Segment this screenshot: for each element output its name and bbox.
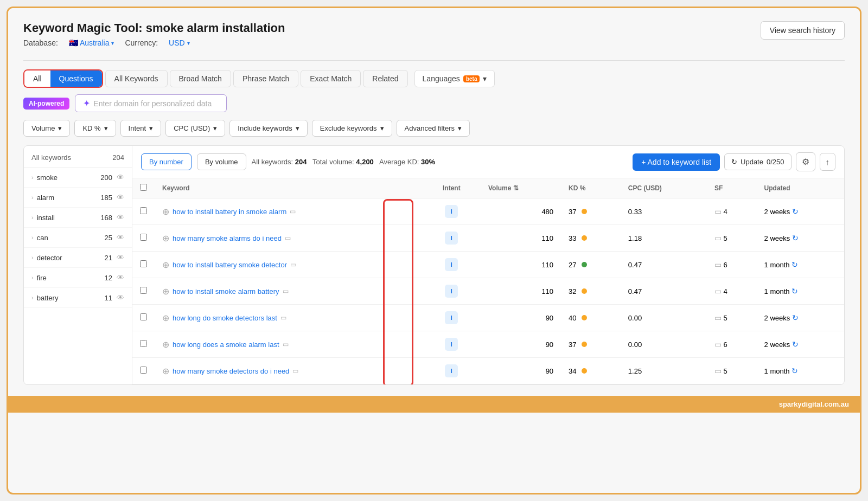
refresh-icon[interactable]: ↻ [792, 260, 798, 269]
updated-cell: 1 month ↻ [757, 358, 844, 384]
row-checkbox[interactable] [140, 260, 147, 267]
eye-icon[interactable]: 👁 [117, 293, 124, 302]
volume-cell: 90 [481, 331, 561, 358]
add-to-keyword-list-button[interactable]: + Add to keyword list [633, 153, 720, 171]
tab-questions[interactable]: Questions [50, 70, 102, 87]
sidebar-item-battery[interactable]: › battery 11 👁 [24, 288, 132, 308]
kd-dot [582, 262, 587, 267]
row-checkbox-cell [132, 225, 155, 252]
keyword-link[interactable]: ⊕ how to install battery smoke detector … [162, 260, 415, 270]
kd-dot [582, 342, 587, 347]
eye-icon[interactable]: 👁 [117, 233, 124, 242]
expand-icon: › [31, 274, 34, 281]
sidebar-item-install[interactable]: › install 168 👁 [24, 208, 132, 228]
row-checkbox[interactable] [140, 367, 147, 374]
intent-filter[interactable]: Intent ▾ [120, 120, 162, 137]
database-dropdown[interactable]: 🇦🇺 Australia ▾ [69, 38, 114, 47]
kd-cell: 32 [561, 278, 621, 305]
keyword-link[interactable]: ⊕ how long does a smoke alarm last ▭ [162, 339, 415, 350]
eye-icon[interactable]: 👁 [117, 273, 124, 282]
tab-related[interactable]: Related [363, 70, 407, 87]
kd-dot [582, 235, 587, 241]
refresh-icon[interactable]: ↻ [792, 340, 799, 349]
by-volume-button[interactable]: By volume [197, 153, 246, 170]
sf-cell: ▭ 6 [707, 252, 757, 278]
kd-dot [582, 288, 587, 294]
cpc-cell: 1.18 [621, 225, 707, 252]
update-button[interactable]: ↻ Update 0/250 [724, 153, 791, 170]
advanced-filters[interactable]: Advanced filters ▾ [397, 120, 470, 137]
sidebar-header: All keywords 204 [24, 146, 132, 168]
sidebar-item-fire[interactable]: › fire 12 👁 [24, 268, 132, 288]
sf-column-header[interactable]: SF [707, 178, 757, 198]
by-number-button[interactable]: By number [141, 153, 192, 170]
cpc-filter[interactable]: CPC (USD) ▾ [165, 120, 225, 137]
keyword-link[interactable]: ⊕ how to install smoke alarm battery ▭ [162, 286, 415, 297]
sidebar-item-detector[interactable]: › detector 21 👁 [24, 248, 132, 268]
volume-column-header[interactable]: Volume ⇅ [481, 178, 561, 198]
tab-phrase-match[interactable]: Phrase Match [233, 70, 298, 87]
keyword-link[interactable]: ⊕ how many smoke alarms do i need ▭ [162, 233, 415, 243]
eye-icon[interactable]: 👁 [117, 173, 124, 182]
cpc-cell: 0.00 [621, 331, 707, 358]
refresh-icon[interactable]: ↻ [792, 367, 798, 375]
database-label: Database: [23, 38, 58, 47]
tab-all[interactable]: All [24, 70, 50, 87]
intent-cell: I [423, 358, 481, 384]
keyword-link[interactable]: ⊕ how long do smoke detectors last ▭ [162, 313, 415, 323]
doc-icon: ▭ [285, 234, 291, 242]
kd-cell: 27 [561, 252, 621, 278]
exclude-keywords-filter[interactable]: Exclude keywords ▾ [312, 120, 392, 137]
settings-button[interactable]: ⚙ [796, 152, 815, 171]
row-checkbox[interactable] [140, 207, 147, 214]
view-history-button[interactable]: View search history [761, 21, 845, 40]
doc-icon: ▭ [283, 341, 289, 348]
domain-input[interactable]: ✦ Enter domain for personalized data [75, 94, 227, 112]
kd-filter[interactable]: KD % ▾ [74, 120, 116, 137]
tab-broad-match[interactable]: Broad Match [170, 70, 231, 87]
expand-icon: › [31, 294, 34, 301]
eye-icon[interactable]: 👁 [117, 213, 124, 222]
volume-filter[interactable]: Volume ▾ [23, 120, 70, 137]
page-title: Keyword Magic Tool: smoke alarm installa… [23, 21, 285, 35]
export-button[interactable]: ↑ [820, 153, 836, 171]
sidebar-item-smoke[interactable]: › smoke 200 👁 [24, 168, 132, 188]
sidebar-item-alarm[interactable]: › alarm 185 👁 [24, 188, 132, 208]
kd-column-header[interactable]: KD % [561, 178, 621, 198]
currency-dropdown[interactable]: USD ▾ [169, 38, 190, 47]
tab-highlight-group: All Questions [23, 69, 103, 88]
row-checkbox[interactable] [140, 234, 147, 241]
kd-cell: 33 [561, 225, 621, 252]
eye-icon[interactable]: 👁 [117, 253, 124, 262]
keyword-column-header[interactable]: Keyword [155, 178, 423, 198]
row-checkbox[interactable] [140, 287, 147, 294]
tab-all-keywords[interactable]: All Keywords [105, 70, 168, 87]
settings-icon: ⚙ [802, 157, 809, 167]
keywords-info: All keywords: 204 Total volume: 4,200 Av… [252, 158, 436, 166]
row-checkbox[interactable] [140, 313, 147, 320]
intent-cell: I [423, 278, 481, 305]
intent-column-header[interactable]: Intent [423, 178, 481, 198]
row-checkbox[interactable] [140, 340, 147, 347]
row-checkbox-cell [132, 278, 155, 305]
include-keywords-filter[interactable]: Include keywords ▾ [229, 120, 307, 137]
eye-icon[interactable]: 👁 [117, 193, 124, 202]
cpc-column-header[interactable]: CPC (USD) [621, 178, 707, 198]
sidebar-item-can[interactable]: › can 25 👁 [24, 228, 132, 248]
refresh-icon[interactable]: ↻ [792, 234, 799, 242]
tab-exact-match[interactable]: Exact Match [301, 70, 361, 87]
row-checkbox-cell [132, 252, 155, 278]
sidebar: All keywords 204 › smoke 200 👁 › [24, 146, 132, 384]
main-table-area: By number By volume All keywords: 204 To… [132, 146, 844, 384]
refresh-icon[interactable]: ↻ [792, 313, 799, 322]
refresh-icon[interactable]: ↻ [792, 207, 799, 216]
updated-cell: 2 weeks ↻ [757, 198, 844, 225]
plus-circle-icon: ⊕ [162, 233, 169, 243]
select-all-checkbox[interactable] [140, 184, 147, 191]
keyword-link[interactable]: ⊕ how many smoke detectors do i need ▭ [162, 366, 415, 376]
languages-button[interactable]: Languages beta ▾ [414, 70, 495, 87]
expand-icon: › [31, 214, 34, 221]
keyword-link[interactable]: ⊕ how to install battery in smoke alarm … [162, 207, 415, 217]
table-row: ⊕ how long does a smoke alarm last ▭ I 9… [132, 331, 844, 358]
refresh-icon[interactable]: ↻ [792, 287, 798, 296]
